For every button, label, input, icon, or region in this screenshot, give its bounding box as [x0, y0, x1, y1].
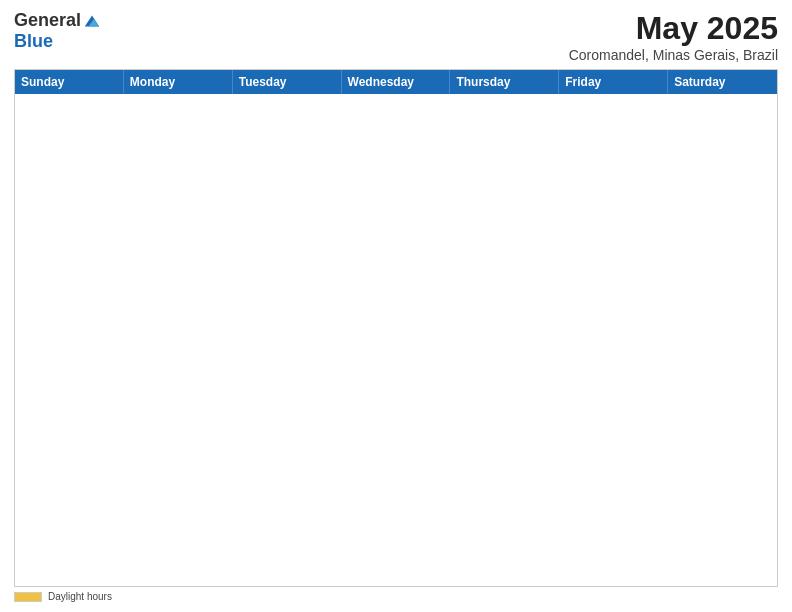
day-of-week-header: Friday: [559, 70, 668, 94]
day-of-week-header: Thursday: [450, 70, 559, 94]
daylight-label: Daylight hours: [48, 591, 112, 602]
day-of-week-header: Monday: [124, 70, 233, 94]
footer: Daylight hours: [14, 591, 778, 602]
calendar-header: SundayMondayTuesdayWednesdayThursdayFrid…: [15, 70, 777, 94]
day-of-week-header: Saturday: [668, 70, 777, 94]
title-block: May 2025 Coromandel, Minas Gerais, Brazi…: [569, 10, 778, 63]
day-of-week-header: Sunday: [15, 70, 124, 94]
logo-general: General: [14, 10, 81, 31]
logo-text: General: [14, 10, 101, 31]
title-location: Coromandel, Minas Gerais, Brazil: [569, 47, 778, 63]
page: General Blue May 2025 Coromandel, Minas …: [0, 0, 792, 612]
title-month: May 2025: [569, 10, 778, 47]
day-of-week-header: Wednesday: [342, 70, 451, 94]
calendar-body: [15, 94, 777, 586]
header: General Blue May 2025 Coromandel, Minas …: [14, 10, 778, 63]
logo: General Blue: [14, 10, 101, 52]
logo-icon: [83, 12, 101, 30]
day-of-week-header: Tuesday: [233, 70, 342, 94]
calendar: SundayMondayTuesdayWednesdayThursdayFrid…: [14, 69, 778, 587]
logo-general-bottom: Blue: [14, 31, 53, 52]
daylight-bar: [14, 592, 42, 602]
